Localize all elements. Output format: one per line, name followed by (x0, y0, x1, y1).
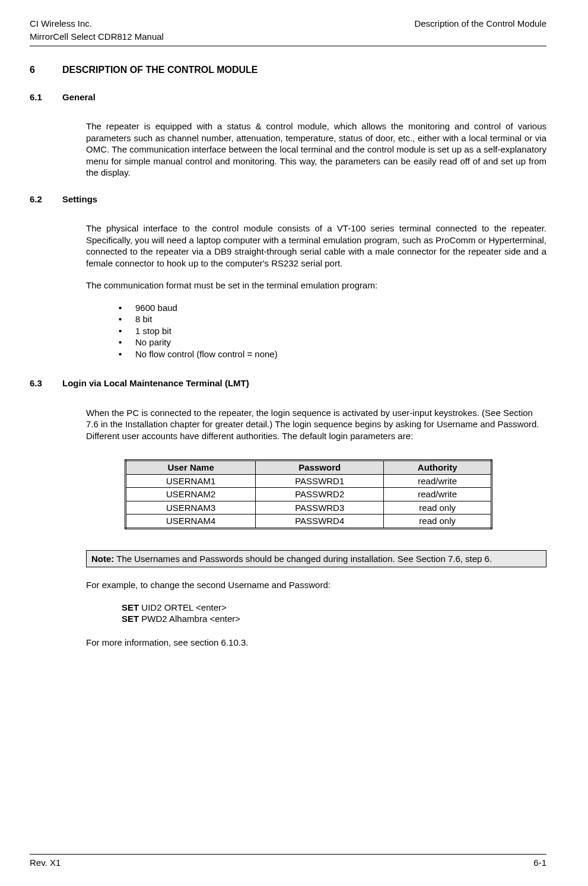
heading-6-2: 6.2 Settings (30, 193, 546, 205)
heading-6: 6 DESCRIPTION OF THE CONTROL MODULE (30, 64, 546, 77)
footer-revision: Rev. X1 (30, 857, 61, 869)
paragraph-6-3-1: When the PC is connected to the repeater… (86, 407, 546, 442)
table-cell: USERNAM3 (126, 501, 256, 515)
table-header-password: Password (256, 461, 384, 475)
paragraph-6-3-3: For more information, see section 6.10.3… (86, 637, 546, 649)
footer-divider (30, 854, 546, 855)
heading-6-3-title: Login via Local Maintenance Terminal (LM… (62, 377, 249, 389)
table-cell: read only (384, 515, 492, 529)
table-header-username: User Name (126, 461, 256, 475)
paragraph-6-2-1: The physical interface to the control mo… (86, 223, 546, 269)
table-cell: PASSWRD2 (256, 488, 384, 501)
header-company: CI Wireless Inc. (30, 18, 92, 30)
command-line-1: SET UID2 ORTEL <enter> (122, 602, 546, 614)
login-parameters-table: User Name Password Authority USERNAM1 PA… (125, 459, 492, 529)
heading-6-number: 6 (30, 64, 62, 77)
settings-bullet-list: 9600 baud 8 bit 1 stop bit No parity No … (119, 302, 546, 360)
heading-6-1-title: General (62, 91, 96, 103)
list-item: 1 stop bit (119, 325, 546, 337)
heading-6-2-number: 6.2 (30, 193, 62, 205)
list-item: 9600 baud (119, 302, 546, 314)
command-line-2: SET PWD2 Alhambra <enter> (122, 613, 546, 625)
table-row: USERNAM4 PASSWRD4 read only (126, 515, 492, 529)
table-cell: USERNAM4 (126, 515, 256, 529)
footer-page-number: 6-1 (533, 857, 546, 869)
table-cell: PASSWRD3 (256, 501, 384, 515)
table-cell: PASSWRD4 (256, 515, 384, 529)
command-args: UID2 ORTEL <enter> (139, 602, 227, 612)
heading-6-3: 6.3 Login via Local Maintenance Terminal… (30, 377, 546, 389)
command-args: PWD2 Alhambra <enter> (139, 614, 240, 624)
table-cell: PASSWRD1 (256, 474, 384, 488)
list-item: No parity (119, 336, 546, 348)
command-keyword: SET (122, 602, 139, 612)
note-box: Note: The Usernames and Passwords should… (86, 550, 546, 568)
table-cell: USERNAM2 (126, 488, 256, 501)
command-block: SET UID2 ORTEL <enter> SET PWD2 Alhambra… (122, 602, 546, 625)
page-footer: Rev. X1 6-1 (30, 854, 546, 869)
page-header: CI Wireless Inc. Description of the Cont… (30, 18, 546, 30)
header-divider (30, 46, 546, 46)
heading-6-1-number: 6.1 (30, 91, 62, 103)
table-row: USERNAM2 PASSWRD2 read/write (126, 488, 492, 501)
table-cell: USERNAM1 (126, 474, 256, 488)
heading-6-2-title: Settings (62, 193, 97, 205)
paragraph-6-2-2: The communication format must be set in … (86, 280, 546, 291)
table-row: USERNAM1 PASSWRD1 read/write (126, 474, 492, 488)
table-cell: read/write (384, 488, 492, 501)
header-section-title: Description of the Control Module (414, 18, 546, 30)
table-cell: read only (384, 501, 492, 515)
heading-6-3-number: 6.3 (30, 377, 62, 389)
header-manual: MirrorCell Select CDR812 Manual (30, 31, 164, 43)
table-header-authority: Authority (384, 461, 492, 475)
note-text: The Usernames and Passwords should be ch… (114, 554, 492, 564)
table-header-row: User Name Password Authority (126, 461, 492, 475)
page-header-line2: MirrorCell Select CDR812 Manual (30, 31, 546, 43)
heading-6-1: 6.1 General (30, 91, 546, 103)
command-keyword: SET (122, 614, 139, 624)
heading-6-title: DESCRIPTION OF THE CONTROL MODULE (62, 64, 258, 77)
paragraph-6-1-1: The repeater is equipped with a status &… (86, 120, 546, 179)
note-label: Note: (91, 554, 114, 564)
table-row: USERNAM3 PASSWRD3 read only (126, 501, 492, 515)
paragraph-6-3-2: For example, to change the second Userna… (86, 579, 546, 591)
list-item: No flow control (flow control = none) (119, 348, 546, 360)
list-item: 8 bit (119, 313, 546, 325)
table-cell: read/write (384, 474, 492, 488)
